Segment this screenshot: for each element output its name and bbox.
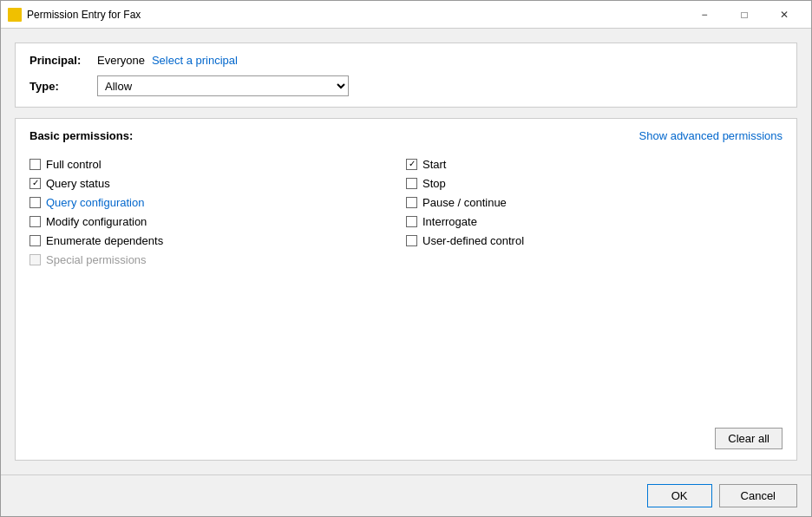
permission-item-pause-continue: Pause / continue	[406, 193, 783, 212]
query-configuration-checkbox[interactable]	[29, 197, 41, 208]
special-permissions-checkbox	[29, 254, 41, 265]
permissions-section: Basic permissions: Show advanced permiss…	[15, 118, 797, 461]
permissions-right-column: Start Stop Pause / continue Interrogate	[406, 154, 783, 417]
stop-checkbox[interactable]	[406, 178, 417, 189]
start-checkbox[interactable]	[406, 159, 417, 170]
permissions-header: Basic permissions: Show advanced permiss…	[29, 129, 783, 142]
full-control-label: Full control	[46, 158, 102, 171]
full-control-checkbox[interactable]	[29, 159, 41, 170]
interrogate-label: Interrogate	[422, 215, 477, 228]
permissions-left-column: Full control Query status Query configur…	[29, 154, 406, 417]
permissions-grid: Full control Query status Query configur…	[29, 154, 783, 417]
pause-continue-checkbox[interactable]	[406, 197, 417, 208]
dialog-content: Principal: Everyone Select a principal T…	[1, 29, 811, 474]
clear-all-button[interactable]: Clear all	[715, 428, 783, 449]
permission-item-special-permissions: Special permissions	[29, 250, 406, 269]
permission-item-start: Start	[406, 154, 783, 173]
permission-item-enumerate-dependents: Enumerate dependents	[29, 231, 406, 250]
permission-item-query-status: Query status	[29, 173, 406, 193]
user-defined-control-checkbox[interactable]	[406, 235, 417, 246]
maximize-button[interactable]: □	[724, 1, 764, 29]
interrogate-checkbox[interactable]	[406, 216, 417, 227]
query-status-checkbox[interactable]	[29, 178, 41, 189]
permission-item-query-configuration: Query configuration	[29, 193, 406, 212]
permission-item-interrogate: Interrogate	[406, 212, 783, 231]
principal-row: Principal: Everyone Select a principal	[29, 54, 783, 67]
title-bar: Permission Entry for Fax − □ ✕	[1, 1, 811, 29]
permission-item-modify-configuration: Modify configuration	[29, 212, 406, 231]
type-row: Type: Allow Deny	[29, 75, 783, 96]
permissions-title: Basic permissions:	[29, 129, 133, 142]
query-status-label: Query status	[46, 177, 110, 190]
principal-section: Principal: Everyone Select a principal T…	[15, 43, 797, 108]
permission-item-user-defined-control: User-defined control	[406, 231, 783, 250]
dialog-icon	[8, 8, 22, 22]
principal-label: Principal:	[29, 54, 90, 67]
enumerate-dependents-label: Enumerate dependents	[46, 234, 163, 247]
select-principal-link[interactable]: Select a principal	[152, 54, 238, 67]
close-button[interactable]: ✕	[764, 1, 804, 29]
cancel-button[interactable]: Cancel	[719, 484, 797, 507]
show-advanced-permissions-link[interactable]: Show advanced permissions	[639, 129, 783, 142]
user-defined-control-label: User-defined control	[422, 234, 524, 247]
stop-label: Stop	[422, 177, 446, 190]
query-configuration-label[interactable]: Query configuration	[46, 196, 144, 209]
start-label: Start	[422, 158, 446, 171]
enumerate-dependents-checkbox[interactable]	[29, 235, 41, 246]
ok-button[interactable]: OK	[647, 484, 712, 507]
special-permissions-label: Special permissions	[46, 253, 147, 266]
permission-item-stop: Stop	[406, 173, 783, 193]
principal-name: Everyone	[97, 54, 145, 67]
title-bar-controls: − □ ✕	[684, 1, 804, 29]
permission-item-full-control: Full control	[29, 154, 406, 173]
permission-entry-dialog: Permission Entry for Fax − □ ✕ Principal…	[0, 0, 812, 517]
minimize-button[interactable]: −	[684, 1, 724, 29]
dialog-footer: OK Cancel	[1, 474, 811, 516]
dialog-title: Permission Entry for Fax	[27, 9, 684, 21]
type-select[interactable]: Allow Deny	[97, 75, 349, 96]
modify-configuration-label: Modify configuration	[46, 215, 147, 228]
type-label: Type:	[29, 80, 90, 93]
clear-all-row: Clear all	[29, 428, 783, 449]
modify-configuration-checkbox[interactable]	[29, 216, 41, 227]
pause-continue-label: Pause / continue	[422, 196, 507, 209]
